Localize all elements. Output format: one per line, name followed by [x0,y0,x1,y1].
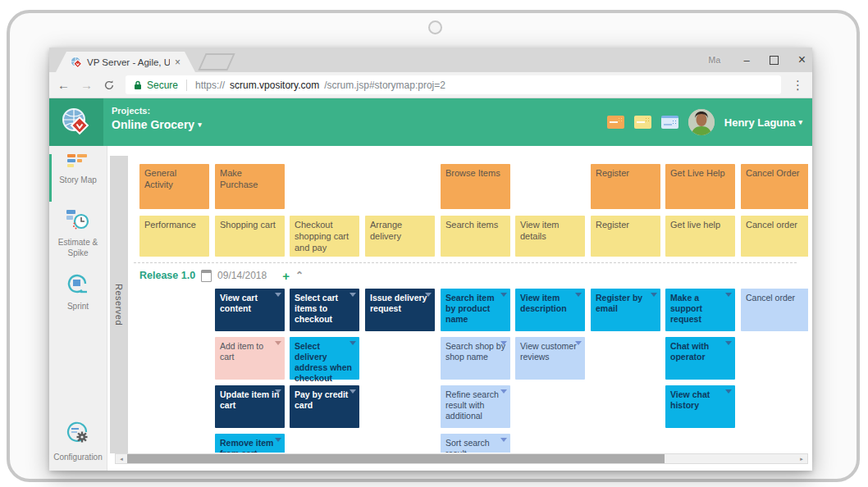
tab-close-icon[interactable]: × [175,57,180,67]
card-dropdown-icon[interactable] [425,293,432,297]
storymap-column-8: Get Live HelpGet live helpMake a support… [665,154,735,453]
story-card[interactable]: Select delivery address when checkout [290,337,359,380]
sidebar-item-configuration[interactable]: Configuration [49,421,107,466]
user-avatar[interactable] [688,109,715,135]
card-label: Register [596,168,629,178]
card-label: View customer reviews [520,341,577,362]
story-card[interactable]: Add item to cart [215,337,285,380]
window-maximize-button[interactable] [770,56,779,65]
task-card[interactable]: Arrange delivery [365,216,435,257]
browser-tab[interactable]: VP Server - Agile, User St × [56,52,195,72]
card-label: Chat with operator [670,341,709,362]
app-header: Projects: Online Grocery▾ Henry Laguna▾ [49,98,812,146]
vp-logo[interactable] [49,98,103,146]
scrollbar-track[interactable] [127,454,796,463]
card-dropdown-icon[interactable] [349,341,356,345]
card-dropdown-icon[interactable] [349,389,356,394]
activity-card-tool-icon[interactable] [607,116,624,129]
activity-card[interactable]: General Activity [139,164,209,209]
task-card[interactable]: Cancel order [741,216,808,257]
card-label: Browse Items [445,168,500,178]
card-dropdown-icon[interactable] [500,389,507,394]
project-dropdown-icon: ▾ [198,121,202,129]
card-dropdown-icon[interactable] [725,389,732,394]
secure-label[interactable]: Secure [147,80,178,91]
storymap-column-5: Browse ItemsSearch itemsSearch item by p… [441,154,510,453]
card-label: View cart content [220,293,258,313]
card-dropdown-icon[interactable] [500,341,507,345]
story-card[interactable]: Chat with operator [665,337,735,380]
card-label: General Activity [144,168,176,189]
card-label: Pay by credit card [295,389,348,410]
activity-card[interactable]: Register [591,164,660,209]
task-card[interactable]: View item details [515,216,585,257]
task-card-tool-icon[interactable] [634,116,651,129]
story-card[interactable]: Search item by product name [441,289,510,331]
card-dropdown-icon[interactable] [275,293,281,297]
card-dropdown-icon[interactable] [651,293,657,297]
story-card[interactable]: Search shop by shop name [441,337,510,380]
sidebar-item-estimate-spike[interactable]: Estimate & Spike [49,207,107,266]
story-card[interactable]: Remove item from cart [215,434,285,453]
scroll-left-icon[interactable]: ◂ [116,454,127,463]
back-icon[interactable]: ← [57,79,70,91]
story-card[interactable]: View customer reviews [515,337,585,380]
story-card[interactable]: Make a support request [665,289,735,331]
story-card[interactable]: View item description [515,289,585,331]
task-card[interactable]: Checkout shopping cart and pay [290,216,359,257]
scroll-right-icon[interactable]: ▸ [796,454,807,463]
task-card[interactable]: Get live help [665,216,735,257]
card-label: Remove item from cart [220,438,273,453]
story-card[interactable]: Sort search result [441,434,510,453]
reserved-lane-header[interactable]: Reserved [110,156,128,453]
card-dropdown-icon[interactable] [725,293,732,297]
url-input[interactable]: Secure https://scrum.vpository.com/scrum… [126,75,781,94]
story-card[interactable]: Issue delivery request [365,289,435,331]
sidebar-item-sprint[interactable]: Sprint [49,272,107,315]
storymap-column-1: General ActivityPerformance [139,154,209,453]
card-label: Search item by product name [445,293,495,324]
story-card[interactable]: Cancel order [741,289,808,331]
activity-card[interactable]: Cancel Order [741,164,808,209]
story-card[interactable]: Pay by credit card [290,385,359,428]
forward-icon[interactable]: → [80,79,93,91]
card-dropdown-icon[interactable] [500,293,507,297]
browser-menu-icon[interactable]: ⋮ [792,78,804,93]
activity-card[interactable]: Make Purchase [215,164,285,209]
story-card[interactable]: Register by email [591,289,660,331]
card-dropdown-icon[interactable] [575,341,582,345]
card-dropdown-icon[interactable] [725,341,732,345]
story-card[interactable]: View cart content [215,289,285,331]
user-menu[interactable]: Henry Laguna▾ [724,116,802,129]
card-label: Cancel order [746,220,797,230]
task-card[interactable]: Shopping cart [215,216,285,257]
activity-card[interactable]: Browse Items [441,164,510,209]
scrollbar-thumb[interactable] [127,454,665,463]
task-card[interactable]: Performance [139,216,209,257]
card-dropdown-icon[interactable] [575,293,582,297]
card-dropdown-icon[interactable] [500,438,507,442]
sidebar-item-story-map[interactable]: Story Map [49,154,107,202]
activity-card[interactable]: Get Live Help [665,164,735,209]
horizontal-scrollbar[interactable]: ◂ ▸ [115,453,808,464]
story-card[interactable]: Select cart items to checkout [290,289,359,331]
card-dropdown-icon[interactable] [275,341,281,345]
browser-profile-chip[interactable]: Ma [708,55,720,65]
card-dropdown-icon[interactable] [349,293,356,297]
refresh-icon[interactable] [103,80,115,91]
card-label: Get live help [670,220,720,230]
story-card[interactable]: Refine search result with additional [441,385,510,428]
story-card-tool-icon[interactable] [661,116,678,129]
task-card[interactable]: Register [591,216,660,257]
project-selector[interactable]: Online Grocery▾ [112,118,202,131]
window-minimize-button[interactable]: – [743,55,749,66]
window-close-button[interactable]: × [798,53,806,66]
task-card[interactable]: Search items [441,216,510,257]
card-dropdown-icon[interactable] [275,438,281,442]
story-card[interactable]: Update item in cart [215,385,285,428]
story-stack: View item descriptionView customer revie… [515,289,585,380]
card-dropdown-icon[interactable] [275,389,281,394]
story-card[interactable]: View chat history [665,385,735,428]
new-tab-button[interactable] [198,53,235,71]
sidebar-label: Story Map [49,175,107,186]
